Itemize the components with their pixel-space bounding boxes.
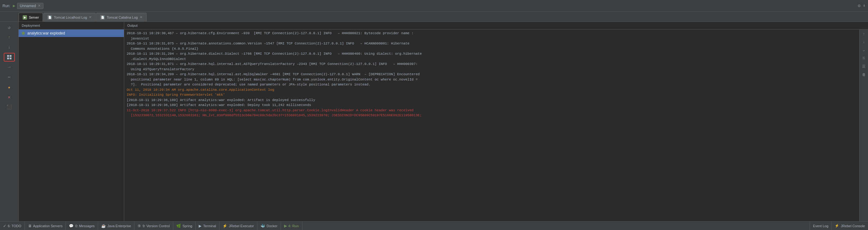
log-area[interactable]: 2018-10-11 10:29:30,467 – org.hibernate.… xyxy=(124,30,859,221)
terminal-icon: ▶ xyxy=(199,224,202,228)
localhost-log-close[interactable]: ✕ xyxy=(89,15,92,19)
messages-icon: 💬 xyxy=(69,224,73,228)
catalina-log-close[interactable]: ✕ xyxy=(140,15,143,19)
tab-catalina-label: Tomcat Catalina Log xyxy=(106,16,137,19)
top-bar: Run: ▶ Unnamed ✕ ⚙ ⬆ xyxy=(0,0,868,12)
status-jrebel-executor[interactable]: ⚡ JRebel Executor xyxy=(219,222,257,230)
log-line: Using ASTQueryTranslatorFactory xyxy=(127,67,857,72)
log-line: Commons Annotations {4.0.5.Final} xyxy=(127,46,857,52)
jrebel-executor-icon: ⚡ xyxy=(223,224,227,228)
log-line: positional parameter near line 1, column… xyxy=(127,77,857,82)
scroll-down-ctrl[interactable]: ↓ xyxy=(861,39,867,46)
status-event-log[interactable]: Event Log xyxy=(810,222,832,230)
tab-tomcat-catalina-log[interactable]: 📄 Tomcat Catalina Log ✕ xyxy=(96,13,146,22)
jrebel-executor-label: JRebel Executor xyxy=(229,224,254,228)
catalina-log-icon: 📄 xyxy=(100,15,104,20)
tab-server[interactable]: ▶ Server xyxy=(19,13,43,22)
tab-tomcat-localhost-log[interactable]: 📄 Tomcat Localhost Log ✕ xyxy=(43,13,96,22)
output-controls: ↑ ↓ ↵ ⎘ ☰ 🗑 xyxy=(859,30,868,221)
terminal-label: Terminal xyxy=(203,224,216,228)
version-control-label: 9: Version Control xyxy=(143,224,169,228)
server-tab-icon: ▶ xyxy=(23,15,27,20)
run-tab-close[interactable]: ✕ xyxy=(38,4,41,8)
status-docker[interactable]: 🐳 Docker xyxy=(257,222,281,230)
tab-localhost-label: Tomcat Localhost Log xyxy=(54,16,87,19)
deployment-status-dot xyxy=(22,32,25,35)
todo-label: 6: TODO xyxy=(8,224,22,228)
reload-icon[interactable]: ↺ xyxy=(4,23,15,32)
run-icon: ▶ xyxy=(13,3,15,8)
svg-rect-3 xyxy=(10,57,11,59)
run-tab-label: Unnamed xyxy=(20,4,36,8)
run-tab[interactable]: Unnamed ✕ xyxy=(17,3,43,9)
status-messages[interactable]: 💬 0: Messages xyxy=(66,222,98,230)
status-version-control[interactable]: ⑨ 9: Version Control xyxy=(134,222,173,230)
status-java-enterprise[interactable]: ☕ Java Enterprise xyxy=(98,222,134,230)
log-line: ?]. Positional parameter are considered … xyxy=(127,82,857,87)
copy-ctrl[interactable]: ⎘ xyxy=(861,55,867,62)
status-todo[interactable]: ✓ 6: TODO xyxy=(0,222,25,230)
event-log-label: Event Log xyxy=(813,224,829,228)
java-enterprise-icon: ☕ xyxy=(101,224,106,228)
version-control-icon: ⑨ xyxy=(137,224,141,228)
content-area: Deployment analytics:war exploded Output… xyxy=(19,22,868,221)
java-enterprise-label: Java Enterprise xyxy=(107,224,131,228)
log-line: [2018-10-11 10:29:36,189] Artifact analy… xyxy=(127,97,857,103)
log-line: 2018-10-11 10:29:34,209 – org.hibernate.… xyxy=(127,72,857,77)
filter-ctrl[interactable]: ☰ xyxy=(861,63,867,70)
log-line: INFO: Initializing Spring FrameworkServl… xyxy=(127,92,857,97)
status-terminal[interactable]: ▶ Terminal xyxy=(195,222,219,230)
output-body: 2018-10-11 10:29:30,467 – org.hibernate.… xyxy=(124,30,868,221)
log-line: 2018-10-11 10:29:31,294 – org.hibernate.… xyxy=(127,51,857,57)
output-header: Output xyxy=(124,22,868,30)
wrap-ctrl[interactable]: ↵ xyxy=(861,47,867,54)
settings-icon[interactable]: ⚙ xyxy=(858,3,860,8)
svg-rect-2 xyxy=(7,57,9,59)
app-servers-icon: 🖥 xyxy=(28,224,32,228)
status-bar: ✓ 6: TODO 🖥 Application Servers 💬 0: Mes… xyxy=(0,221,868,230)
log-line: 2018-10-11 10:29:30,467 – org.hibernate.… xyxy=(127,31,857,36)
status-jrebel-console[interactable]: ⚡ JRebel Console xyxy=(831,222,868,230)
run-label-status: 4: Run xyxy=(288,224,299,228)
svg-rect-0 xyxy=(7,55,9,57)
spring-icon: 🌿 xyxy=(176,224,181,228)
log-line: 2018-10-11 10:29:31,075 – org.hibernate.… xyxy=(127,41,857,46)
deployment-header: Deployment xyxy=(19,22,124,30)
plugin-icon[interactable]: ⬛ xyxy=(4,103,15,111)
star-icon[interactable]: ★ xyxy=(4,83,15,91)
main-area: ↺ ↑ ↓ → ✂ ★ ✕ ⬛ Deployment analytics:war… xyxy=(0,22,868,221)
status-run[interactable]: ▶ 4: Run xyxy=(281,222,302,230)
log-line: [1532330072,1532331140,1532683161; Hm_lv… xyxy=(127,113,857,118)
arrow-right-icon[interactable]: → xyxy=(4,63,15,71)
log-line: [2018-10-11 10:29:36,189] Artifact analy… xyxy=(127,103,857,108)
app-servers-label: Application Servers xyxy=(33,224,63,228)
localhost-log-icon: 📄 xyxy=(48,15,52,20)
deployment-item-label: analytics:war exploded xyxy=(27,31,65,35)
log-line: 11-Oct-2018 10:29:37.522 INFO [http-nio-… xyxy=(127,108,857,113)
stop-icon[interactable]: ✕ xyxy=(4,93,15,101)
todo-icon: ✓ xyxy=(3,224,6,228)
scroll-up-ctrl[interactable]: ↑ xyxy=(861,31,867,38)
run-label: Run: xyxy=(2,4,10,8)
spring-label: Spring xyxy=(183,224,192,228)
jrebel-console-icon: ⚡ xyxy=(835,224,839,228)
cut-icon[interactable]: ✂ xyxy=(4,73,15,81)
status-spring[interactable]: 🌿 Spring xyxy=(173,222,196,230)
grid-icon[interactable] xyxy=(4,53,15,61)
output-panel: Output 2018-10-11 10:29:30,467 – org.hib… xyxy=(124,22,868,221)
run-status-icon: ▶ xyxy=(284,224,287,228)
log-line: javassist xyxy=(127,36,857,41)
svg-rect-1 xyxy=(10,55,11,57)
deployment-panel: Deployment analytics:war exploded xyxy=(19,22,124,221)
status-app-servers[interactable]: 🖥 Application Servers xyxy=(25,222,66,230)
clear-ctrl[interactable]: 🗑 xyxy=(861,71,867,78)
deploy-down-icon[interactable]: ↓ xyxy=(4,43,15,52)
deployment-item[interactable]: analytics:war exploded xyxy=(19,30,124,37)
docker-label: Docker xyxy=(267,224,278,228)
log-line: 2018-10-11 10:29:31,871 – org.hibernate.… xyxy=(127,61,857,67)
deploy-up-icon[interactable]: ↑ xyxy=(4,33,15,41)
side-panel: ↺ ↑ ↓ → ✂ ★ ✕ ⬛ xyxy=(0,22,19,221)
pin-icon[interactable]: ⬆ xyxy=(863,3,866,8)
log-line: Oct 11, 2018 10:29:34 AM org.apache.cata… xyxy=(127,87,857,93)
jrebel-console-label: JRebel Console xyxy=(841,224,865,228)
